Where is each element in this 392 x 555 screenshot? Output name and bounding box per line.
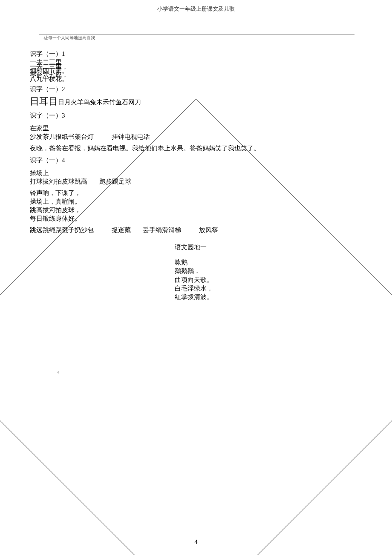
section-3-paragraph: 夜晚，爸爸在看报，妈妈在看电视。我给他们奉上水果。爸爸妈妈笑了我也笑了。 xyxy=(30,144,362,152)
section-2-chars: 日耳目日月火羊鸟兔木禾竹鱼石网刀 xyxy=(30,95,362,108)
word-group: 打球拔河拍皮球跳高 xyxy=(30,178,87,185)
section-1-heading: 识字（一）1 xyxy=(30,49,362,58)
word-group: 沙发茶几报纸书架台灯 xyxy=(30,133,94,140)
poem-line: 一去二三里， xyxy=(30,65,362,69)
poem-line: 八九十枝花。 xyxy=(30,77,362,81)
poem-title: 咏鹅 xyxy=(175,258,362,267)
garden-poem: 咏鹅 鹅鹅鹅， 曲项向天歌。 白毛浮绿水， 红掌拨清波。 xyxy=(175,258,362,301)
document-body: 识字（一）1 一去二三里 一去二三里， 烟村四五家。 亭台六七座， 八九十枝花。… xyxy=(30,49,362,301)
page-title: 小学语文一年级上册课文及儿歌 xyxy=(0,0,392,13)
garden-title: 语文园地一 xyxy=(175,243,362,251)
page-number-small: 4 xyxy=(57,371,59,374)
word-group: 放风筝 xyxy=(199,227,218,233)
section-4-title: 操场上 xyxy=(30,169,362,177)
header-rule xyxy=(39,34,355,35)
garden-section: 语文园地一 咏鹅 鹅鹅鹅， 曲项向天歌。 白毛浮绿水， 红掌拨清波。 xyxy=(175,243,362,302)
section-4-extra-words: 跳远跳绳踢毽子扔沙包捉迷藏丢手绢滑滑梯放风筝 xyxy=(30,226,362,234)
character-list: 日月火羊鸟兔木禾竹鱼石网刀 xyxy=(58,99,141,106)
page-number-bottom: 4 xyxy=(194,538,198,546)
poem-line: 亭台六七座， xyxy=(30,73,362,78)
poem-line: 烟村四五家。 xyxy=(30,69,362,73)
poem-line: 铃声响，下课了， xyxy=(30,189,362,197)
word-group: 跑步踢足球 xyxy=(99,178,131,185)
poem-line: 白毛浮绿水， xyxy=(175,284,362,293)
poem-line: 操场上，真喧闹。 xyxy=(30,197,362,206)
section-3-words: 沙发茶几报纸书架台灯挂钟电视电话 xyxy=(30,132,362,141)
poem-line: 曲项向天歌。 xyxy=(175,276,362,284)
word-group: 跳远跳绳踢毽子扔沙包 xyxy=(30,227,94,233)
section-3-title: 在家里 xyxy=(30,124,362,132)
section-3-heading: 识字（一）3 xyxy=(30,111,362,120)
strapline: -让每一个人同等地提高自我 xyxy=(43,35,392,41)
word-group: 捉迷藏 xyxy=(112,227,131,233)
poem-line: 红掌拨清波。 xyxy=(175,293,362,301)
section-4-poem: 铃声响，下课了， 操场上，真喧闹。 跳高拔河拍皮球， 每日锻练身体好。 xyxy=(30,189,362,223)
word-group: 丢手绢滑滑梯 xyxy=(143,227,181,233)
section-4-words: 打球拔河拍皮球跳高跑步踢足球 xyxy=(30,177,362,186)
poem-line: 鹅鹅鹅， xyxy=(175,267,362,275)
word-group: 挂钟电视电话 xyxy=(112,133,150,140)
poem-line: 每日锻练身体好。 xyxy=(30,214,362,223)
section-4-heading: 识字（一）4 xyxy=(30,156,362,164)
big-characters: 日耳目 xyxy=(30,96,58,106)
section-2-heading: 识字（一）2 xyxy=(30,85,362,93)
section-1-poem: 一去二三里 一去二三里， 烟村四五家。 亭台六七座， 八九十枝花。 xyxy=(30,60,362,81)
poem-line: 跳高拔河拍皮球， xyxy=(30,206,362,214)
poem-line: 一去二三里 xyxy=(30,60,362,65)
